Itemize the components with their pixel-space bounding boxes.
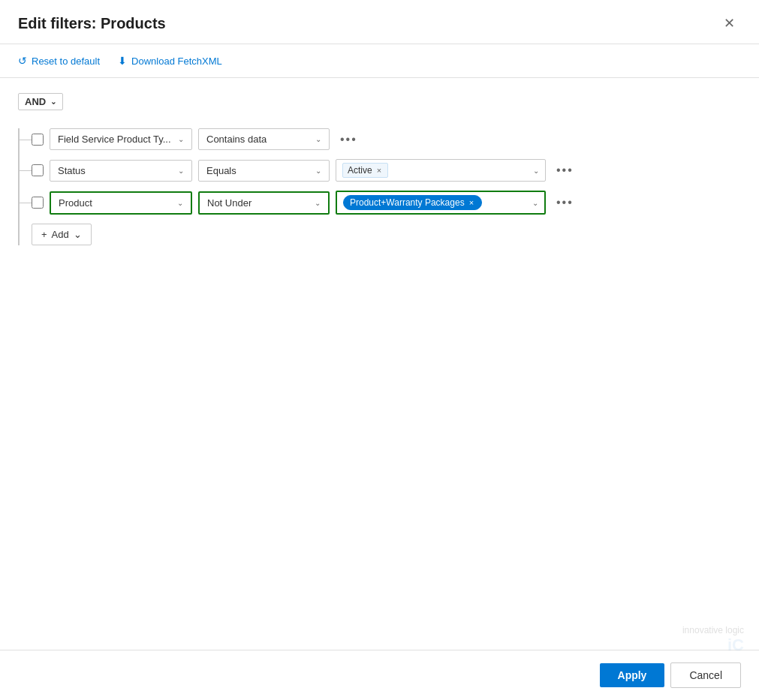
- dialog-header: Edit filters: Products ✕: [0, 0, 759, 44]
- dialog-footer: Apply Cancel: [0, 650, 759, 700]
- cancel-button[interactable]: Cancel: [670, 662, 741, 688]
- filter2-operator-select[interactable]: Equals ⌄: [198, 160, 330, 182]
- filter3-more-button[interactable]: •••: [552, 193, 578, 212]
- filter3-field-label: Product: [59, 197, 92, 209]
- apply-button[interactable]: Apply: [600, 663, 665, 687]
- filter1-more-button[interactable]: •••: [336, 130, 362, 149]
- filter1-field-chevron-icon: ⌄: [178, 135, 184, 143]
- download-fetchxml-button[interactable]: ⬇ Download FetchXML: [118, 52, 222, 70]
- filter2-more-icon: •••: [556, 164, 574, 176]
- branding: innovative logic iC: [682, 625, 744, 655]
- filter3-operator-select[interactable]: Not Under ⌄: [198, 191, 330, 215]
- filter2-field-chevron-icon: ⌄: [178, 167, 184, 175]
- filter3-value-chevron-icon: ⌄: [532, 199, 538, 207]
- filter2-active-tag: Active ×: [342, 163, 388, 178]
- edit-filters-dialog: Edit filters: Products ✕ ↺ Reset to defa…: [0, 0, 759, 700]
- filter3-value-tag: Product+Warranty Packages ×: [343, 195, 482, 210]
- filter2-value-chevron-icon: ⌄: [533, 167, 539, 175]
- close-button[interactable]: ✕: [718, 12, 741, 35]
- filter3-more-icon: •••: [556, 196, 574, 209]
- filter1-more-icon: •••: [340, 133, 357, 146]
- filter2-more-button[interactable]: •••: [552, 161, 578, 180]
- filter3-field-select[interactable]: Product ⌄: [50, 191, 192, 215]
- filter1-field-label: Field Service Product Ty...: [58, 134, 171, 145]
- add-filter-button[interactable]: + Add ⌄: [32, 224, 92, 245]
- filter3-value-container[interactable]: Product+Warranty Packages × ⌄: [336, 191, 546, 215]
- and-group-chevron-icon: ⌄: [50, 98, 56, 106]
- add-chevron-icon: ⌄: [74, 229, 82, 240]
- filter2-active-tag-label: Active: [348, 165, 372, 176]
- filter2-operator-chevron-icon: ⌄: [315, 167, 321, 175]
- reset-to-default-button[interactable]: ↺ Reset to default: [18, 52, 100, 70]
- filter-row: Field Service Product Ty... ⌄ Contains d…: [32, 128, 741, 150]
- download-icon: ⬇: [118, 55, 127, 67]
- filters-content: AND ⌄ Field Service Product Ty... ⌄ Cont…: [0, 78, 759, 650]
- filter-row: Product ⌄ Not Under ⌄ Product+Warranty P…: [32, 191, 741, 215]
- add-label: Add: [52, 229, 69, 240]
- reset-icon: ↺: [18, 55, 27, 67]
- filter-row: Status ⌄ Equals ⌄ Active × ⌄ •••: [32, 159, 741, 182]
- and-group-label: AND: [25, 96, 46, 107]
- filter2-checkbox[interactable]: [32, 164, 44, 176]
- reset-label: Reset to default: [32, 56, 100, 67]
- filter1-operator-label: Contains data: [206, 134, 267, 145]
- filter3-field-chevron-icon: ⌄: [177, 199, 183, 207]
- filter2-field-select[interactable]: Status ⌄: [50, 160, 192, 182]
- filter3-value-tag-label: Product+Warranty Packages: [350, 197, 465, 208]
- filter3-operator-label: Not Under: [207, 197, 251, 209]
- download-label: Download FetchXML: [131, 56, 222, 67]
- filter3-checkbox[interactable]: [32, 197, 44, 209]
- filter2-operator-label: Equals: [206, 165, 236, 176]
- filter1-operator-chevron-icon: ⌄: [315, 135, 321, 143]
- filter1-checkbox[interactable]: [32, 134, 44, 146]
- filter2-active-tag-close-button[interactable]: ×: [375, 166, 383, 175]
- filter1-field-select[interactable]: Field Service Product Ty... ⌄: [50, 128, 192, 150]
- filter3-operator-chevron-icon: ⌄: [315, 199, 321, 207]
- filter2-field-label: Status: [58, 165, 86, 176]
- filter3-value-tag-close-button[interactable]: ×: [468, 198, 475, 207]
- filter1-operator-select[interactable]: Contains data ⌄: [198, 128, 330, 150]
- filters-container: Field Service Product Ty... ⌄ Contains d…: [18, 128, 741, 245]
- and-group-button[interactable]: AND ⌄: [18, 93, 63, 110]
- add-icon: +: [41, 229, 47, 240]
- close-icon: ✕: [724, 16, 735, 31]
- filter2-value-container[interactable]: Active × ⌄: [336, 159, 546, 182]
- toolbar: ↺ Reset to default ⬇ Download FetchXML: [0, 44, 759, 78]
- dialog-title: Edit filters: Products: [18, 15, 166, 32]
